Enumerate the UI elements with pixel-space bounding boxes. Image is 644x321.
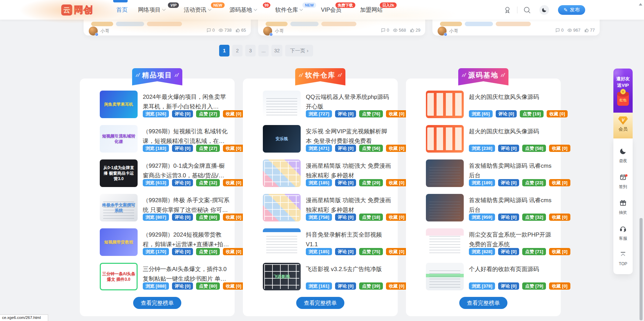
list-item[interactable]: 个人好看的收款有页面源码 浏览 [378]评论 [0]点赞 [79]收藏 [0] xyxy=(406,263,561,297)
list-item[interactable]: 首发辅助售卖网站源码 讯睿cms后台 浏览 [189]评论 [0]点赞 [23]… xyxy=(406,159,561,194)
list-item[interactable]: 终极杀手文案撰写系统 （9928期）终极 杀手文案-撰写系统 只要你掌握了这些秘… xyxy=(80,194,235,228)
page-button-2[interactable]: 2 xyxy=(232,45,243,56)
nav-item-5[interactable]: 软件仓库 NEW xyxy=(275,6,311,14)
view-full-list-button[interactable]: 查看完整榜单 xyxy=(296,297,344,309)
nav-item-7[interactable]: 加盟网站 日入2k xyxy=(360,6,391,14)
eye-icon xyxy=(393,28,398,33)
item-title[interactable]: （9929期）2024短视频带货教程，剪辑课+运营课+直播课+拍摄课（全套高清… xyxy=(143,230,230,249)
list-item[interactable]: 三分钟一条AI头条爆文 插件3.0 三分钟一条AI头条爆文，插件3.0 复制粘贴… xyxy=(80,263,235,297)
panel-title: 精品项目 xyxy=(142,71,172,85)
views-badge: 浏览 [758] xyxy=(306,214,332,221)
thumbnail-text: 闲鱼卖苹果耳机 xyxy=(102,102,135,107)
comments-badge: 评论 [0] xyxy=(172,145,193,152)
item-title[interactable]: 首发辅助售卖网站源码 讯睿cms后台 xyxy=(469,196,556,215)
list-item[interactable]: 超火的国庆红旗风头像源码 浏览 [238]评论 [0]点赞 [58]收藏 [0] xyxy=(406,125,561,159)
list-item[interactable]: 漫画星精简版 功能强大 免费漫画 独家精彩 多种题材 浏览 [185]评论 [0… xyxy=(243,159,398,194)
header: 云 网创 首页 网络项目 VIP 活动资讯 NEW 源码基地 99 软件仓库 N… xyxy=(0,0,644,20)
favorites-badge: 收藏 [0] xyxy=(549,214,570,221)
dark-mode-toggle[interactable] xyxy=(539,5,549,15)
site-logo[interactable]: 云 网创 xyxy=(61,4,93,16)
list-item[interactable]: 飞语影视 飞语影视 v3.2.5去广告纯净版 浏览 [161]评论 [0]点赞 … xyxy=(243,263,398,297)
item-content: 2024年最火爆的项目，闲鱼卖苹果耳机，新手小白轻松月入2W+简单易上手 浏览 … xyxy=(143,91,230,125)
item-title[interactable]: 2024年最火爆的项目，闲鱼卖苹果耳机，新手小白轻松月入2W+简单易上手 xyxy=(143,92,230,112)
item-title[interactable]: （9928期）终极 杀手文案-撰写系统 只要你掌握了这些秘诀 你可以在沙漠里… xyxy=(143,196,230,215)
view-full-list-button[interactable]: 查看完整榜单 xyxy=(133,297,181,309)
list-item[interactable]: 雨尘交友盲盒系统一款PHP开源免费的盲盒系统 浏览 [828]评论 [0]点赞 … xyxy=(406,228,561,263)
item-title[interactable]: 超火的国庆红旗风头像源码 xyxy=(469,92,556,102)
post-card-tags xyxy=(440,22,531,26)
scrollbar-thumb[interactable] xyxy=(640,218,643,320)
page-button-1[interactable]: 1 xyxy=(219,45,229,56)
search-icon[interactable] xyxy=(523,6,531,14)
page-button-3[interactable]: 3 xyxy=(245,45,256,56)
chevron-right-icon: › xyxy=(307,48,309,53)
item-title[interactable]: 个人好看的收款有页面源码 xyxy=(469,265,556,274)
vip-label: 会员 xyxy=(613,126,633,132)
comments-stat: 0 xyxy=(555,28,564,33)
comments-badge: 评论 [0] xyxy=(172,214,193,221)
list-item[interactable]: 漫画星精简版 功能强大 免费漫画 独家精彩 多种题材 浏览 [758]评论 [0… xyxy=(243,194,398,228)
item-title[interactable]: （9927期）0-1成为金牌直播-橱窗商品卡运营3.0，基础/货品/场景/话术/… xyxy=(143,161,230,180)
list-item[interactable]: 短视频带货教程 （9929期）2024短视频带货教程，剪辑课+运营课+直播课+拍… xyxy=(80,228,235,263)
list-item[interactable]: 短视频引流私域转化课 （9926期）短视频引流 私域转化课，短视频精准引流私域，… xyxy=(80,125,235,159)
item-title[interactable]: 首发辅助售卖网站源码 讯睿cms后台 xyxy=(469,161,556,180)
thumbnail-text: 短视频带货教程 xyxy=(102,239,135,245)
author-row[interactable]: ✓ 小哥 xyxy=(89,27,109,35)
nav-item-2[interactable]: 网络项目 VIP xyxy=(138,6,173,14)
nav-item-1[interactable]: 首页 xyxy=(116,6,128,14)
side-item-客服[interactable]: 客服 xyxy=(613,219,633,245)
item-title[interactable]: 安乐视 全网VIP蓝光视频解析脚本 免登录付费影视免费看 xyxy=(306,127,393,146)
author-row[interactable]: ✓ 小哥 xyxy=(263,27,284,35)
nav-item-label: 软件仓库 xyxy=(275,6,298,14)
side-item-抽奖[interactable]: 抽奖 xyxy=(613,194,633,219)
views-badge: 浏览 [185] xyxy=(306,179,332,186)
vip-member-item[interactable]: V 会员 xyxy=(613,113,633,138)
scrollbar-up-arrow[interactable] xyxy=(639,3,642,6)
nav-item-6[interactable]: VIP会员 免费下载 xyxy=(321,6,350,14)
invite-vip-card[interactable]: 邀好友 送VIP + 红包 xyxy=(613,69,633,113)
item-thumbnail: 闲鱼卖苹果耳机 xyxy=(100,91,138,118)
item-stat-badges: 浏览 [471]评论 [0]点赞 [56]收藏 [0] xyxy=(306,145,407,152)
page-ellipsis[interactable]: ... xyxy=(258,45,269,56)
item-stat-badges: 浏览 [888]评论 [0]点赞 [80]收藏 [0] xyxy=(143,282,244,290)
item-title[interactable]: 漫画星精简版 功能强大 免费漫画 独家精彩 多种题材 xyxy=(306,196,393,215)
side-item-label: 签到 xyxy=(613,184,633,190)
item-title[interactable]: 三分钟一条AI头条爆文，插件3.0 复制粘贴一键生成抄书图片 单日变现四位数 xyxy=(143,265,230,284)
publish-button[interactable]: ✎ 发布 xyxy=(558,5,585,15)
verified-badge-icon: ✓ xyxy=(269,33,273,36)
views-badge: 浏览 [65] xyxy=(469,110,493,117)
item-title[interactable]: 漫画星精简版 功能强大 免费漫画 独家精彩 多种题材 xyxy=(306,161,393,180)
side-item-签到[interactable]: 签到 xyxy=(613,168,633,194)
view-full-list-button[interactable]: 查看完整榜单 xyxy=(459,297,507,309)
publish-label: 发布 xyxy=(570,7,580,13)
gift-icon xyxy=(619,199,627,207)
side-item-昼夜[interactable]: 昼夜 xyxy=(613,142,633,168)
comments-stat: 0 xyxy=(206,28,215,33)
side-item-top[interactable]: TOP xyxy=(613,245,633,270)
author-row[interactable]: ✓ 小哥 xyxy=(438,27,458,35)
item-title[interactable]: 抖音免登录解析主页全部视频V1.1 xyxy=(306,230,393,249)
list-item[interactable]: 超火的国庆红旗风头像源码 浏览 [65]评论 [0]点赞 [19]收藏 [0] xyxy=(406,91,561,125)
side-item-label: 客服 xyxy=(613,236,633,241)
item-title[interactable]: （9926期）短视频引流 私域转化课，短视频精准引流私域，在私域高效转化… xyxy=(143,127,230,146)
views-badge: 浏览 [807] xyxy=(143,214,169,221)
list-item[interactable]: 抖音免登录解析主页全部视频V1.1 浏览 [185]评论 [0]点赞 [75]收… xyxy=(243,228,398,263)
list-item[interactable]: 安乐视 安乐视 全网VIP蓝光视频解析脚本 免登录付费影视免费看 浏览 [471… xyxy=(243,125,398,159)
list-item[interactable]: 闲鱼卖苹果耳机 2024年最火爆的项目，闲鱼卖苹果耳机，新手小白轻松月入2W+简… xyxy=(80,91,235,125)
comments-stat: 0 xyxy=(381,28,389,33)
medal-icon[interactable] xyxy=(503,6,512,14)
thumbnail-text: 飞语影视 xyxy=(271,274,292,279)
item-content: QQ云端机器人登录系统php源码开心版 浏览 [727]评论 [0]点赞 [76… xyxy=(306,91,393,125)
nav-item-3[interactable]: 活动资讯 NEW xyxy=(184,6,219,14)
nav-item-4[interactable]: 源码基地 99 xyxy=(229,6,265,14)
next-page-button[interactable]: 下一页› xyxy=(285,45,313,56)
item-title[interactable]: 飞语影视 v3.2.5去广告纯净版 xyxy=(306,265,393,274)
item-title[interactable]: 超火的国庆红旗风头像源码 xyxy=(469,127,556,136)
item-title[interactable]: QQ云端机器人登录系统php源码开心版 xyxy=(306,92,393,112)
item-title[interactable]: 雨尘交友盲盒系统一款PHP开源免费的盲盒系统 xyxy=(469,230,556,249)
list-item[interactable]: 从0-1成为金牌直播 橱窗商品卡运营3.0 （9927期）0-1成为金牌直播-橱… xyxy=(80,159,235,194)
page-button-32[interactable]: 32 xyxy=(271,45,282,56)
list-item[interactable]: 首发辅助售卖网站源码 讯睿cms后台 浏览 [959]评论 [0]点赞 [32]… xyxy=(406,194,561,228)
views-badge: 浏览 [183] xyxy=(143,145,169,152)
list-item[interactable]: QQ云端机器人登录系统php源码开心版 浏览 [727]评论 [0]点赞 [76… xyxy=(243,91,398,125)
